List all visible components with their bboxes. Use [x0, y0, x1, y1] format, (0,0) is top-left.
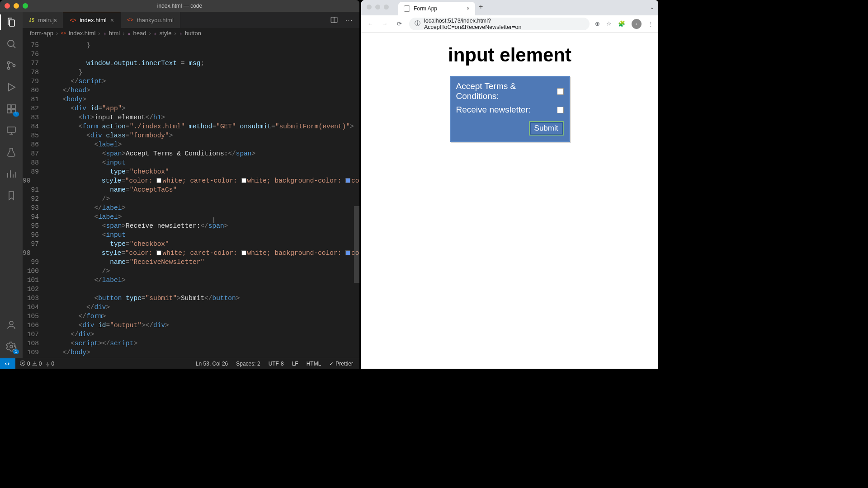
text-cursor-icon: I — [213, 216, 215, 225]
symbol-icon: ⬨ — [103, 30, 106, 37]
scrollbar-thumb[interactable] — [354, 206, 359, 283]
status-bar: ⓧ0 ⚠0 ⏚0 Ln 53, Col 26 Spaces: 2 UTF-8 L… — [0, 358, 359, 369]
reload-button[interactable]: ⟳ — [395, 20, 404, 27]
tab-main-js[interactable]: JS main.js — [23, 12, 63, 28]
editor-tabs: JS main.js <> index.html × <> thankyou.h… — [23, 12, 359, 28]
extensions-puzzle-icon[interactable]: 🧩 — [618, 20, 625, 27]
tab-label: index.html — [80, 17, 106, 23]
explorer-icon[interactable] — [5, 16, 17, 28]
breadcrumb-item[interactable]: button — [185, 30, 201, 37]
radio-icon: ⏚ — [46, 361, 49, 367]
breadcrumbs[interactable]: form-app› <> index.html› ⬨ html› ⬨ head›… — [23, 28, 359, 39]
tab-label: main.js — [38, 17, 57, 23]
chart-icon[interactable] — [5, 168, 17, 180]
close-icon[interactable] — [5, 3, 10, 9]
site-info-icon[interactable]: ⓘ — [415, 20, 420, 28]
search-icon[interactable]: ⊕ — [595, 20, 600, 27]
svg-point-0 — [8, 40, 14, 47]
cursor-position[interactable]: Ln 53, Col 26 — [196, 361, 228, 367]
eol[interactable]: LF — [292, 361, 298, 367]
search-icon[interactable] — [5, 38, 17, 50]
indentation[interactable]: Spaces: 2 — [236, 361, 260, 367]
checkbox-accept-terms[interactable] — [557, 88, 563, 95]
prettier-status[interactable]: ✓ Prettier — [329, 361, 353, 367]
source-control-icon[interactable] — [5, 60, 17, 71]
breadcrumb-item[interactable]: head — [133, 30, 146, 37]
close-icon[interactable] — [367, 5, 372, 9]
favicon-icon — [404, 5, 410, 12]
remote-indicator[interactable] — [0, 358, 15, 369]
bookmark-icon[interactable] — [5, 190, 17, 202]
page-content: input element Accept Terms & Conditions:… — [361, 33, 658, 369]
traffic-lights[interactable] — [367, 5, 389, 9]
maximize-icon[interactable] — [384, 5, 389, 9]
html-file-icon: <> — [61, 31, 66, 36]
html-file-icon: <> — [70, 17, 76, 23]
close-icon[interactable]: × — [110, 17, 114, 24]
page-heading: input element — [448, 44, 571, 66]
settings-gear-icon[interactable]: 1 — [5, 341, 17, 352]
js-file-icon: JS — [29, 18, 34, 23]
more-actions-icon[interactable]: ··· — [345, 17, 353, 23]
svg-rect-10 — [7, 127, 15, 132]
svg-line-1 — [13, 46, 15, 48]
submit-button[interactable]: Submit — [529, 121, 564, 136]
close-icon[interactable]: × — [467, 5, 470, 12]
symbol-icon: ⬨ — [127, 30, 131, 37]
tab-label: Form App — [414, 5, 437, 12]
extensions-icon[interactable]: 1 — [5, 103, 17, 115]
split-editor-icon[interactable] — [330, 16, 338, 24]
forward-button[interactable]: → — [380, 20, 389, 27]
testing-icon[interactable] — [5, 146, 17, 158]
back-button[interactable]: ← — [366, 20, 375, 27]
maximize-icon[interactable] — [23, 3, 28, 9]
label-newsletter: Receive newsletter: — [456, 105, 531, 115]
encoding[interactable]: UTF-8 — [269, 361, 284, 367]
vscode-window: index.html — code 1 — [0, 0, 359, 369]
tab-index-html[interactable]: <> index.html × — [63, 12, 120, 28]
form-row-newsletter: Receive newsletter: — [456, 105, 564, 115]
browser-window: Form App × + ⌄ ← → ⟳ ⓘ localhost:5173/in… — [361, 0, 658, 369]
error-icon: ⓧ — [20, 360, 25, 367]
address-bar[interactable]: ⓘ localhost:5173/index.html?AcceptToC=on… — [409, 18, 590, 30]
breadcrumb-item[interactable]: index.html — [69, 30, 95, 37]
code-editor[interactable]: 75 }7677 window.output.innerText = msg;7… — [23, 39, 359, 358]
tab-label: thankyou.html — [137, 17, 174, 23]
remote-explorer-icon[interactable] — [5, 125, 17, 136]
breadcrumb-item[interactable]: form-app — [30, 30, 53, 37]
warning-icon: ⚠ — [32, 361, 37, 367]
bookmark-star-icon[interactable]: ☆ — [606, 20, 612, 27]
breadcrumb-item[interactable]: style — [160, 30, 172, 37]
svg-point-18 — [9, 321, 13, 325]
vscode-titlebar[interactable]: index.html — code — [0, 0, 359, 12]
problems-indicator[interactable]: ⓧ0 ⚠0 — [20, 360, 42, 367]
svg-point-2 — [8, 62, 10, 64]
kebab-menu-icon[interactable]: ⋮ — [648, 20, 654, 27]
html-file-icon: <> — [127, 17, 133, 23]
checkbox-newsletter[interactable] — [557, 107, 564, 113]
profile-avatar[interactable]: ◦ — [632, 19, 642, 29]
svg-point-19 — [10, 345, 13, 348]
svg-rect-6 — [7, 105, 11, 108]
badge: 1 — [13, 349, 19, 354]
svg-rect-8 — [7, 109, 11, 113]
svg-marker-5 — [9, 84, 15, 91]
editor-area: JS main.js <> index.html × <> thankyou.h… — [23, 12, 359, 358]
browser-tab[interactable]: Form App × — [398, 2, 475, 15]
ports-indicator[interactable]: ⏚0 — [46, 361, 54, 367]
breadcrumb-item[interactable]: html — [109, 30, 120, 37]
account-icon[interactable] — [5, 319, 17, 331]
language-mode[interactable]: HTML — [307, 361, 321, 367]
label-accept-terms: Accept Terms & Conditions: — [456, 81, 557, 101]
new-tab-button[interactable]: + — [479, 3, 483, 13]
browser-toolbar: ← → ⟳ ⓘ localhost:5173/index.html?Accept… — [361, 15, 658, 33]
run-debug-icon[interactable] — [5, 81, 17, 93]
minimize-icon[interactable] — [375, 5, 380, 9]
url-text: localhost:5173/index.html?AcceptToC=on&R… — [424, 18, 584, 30]
traffic-lights[interactable] — [5, 3, 28, 9]
tab-thankyou-html[interactable]: <> thankyou.html — [121, 12, 180, 28]
svg-point-4 — [13, 65, 15, 67]
minimize-icon[interactable] — [14, 3, 19, 9]
chevron-down-icon[interactable]: ⌄ — [650, 4, 655, 12]
form-row-accept: Accept Terms & Conditions: — [456, 81, 564, 101]
